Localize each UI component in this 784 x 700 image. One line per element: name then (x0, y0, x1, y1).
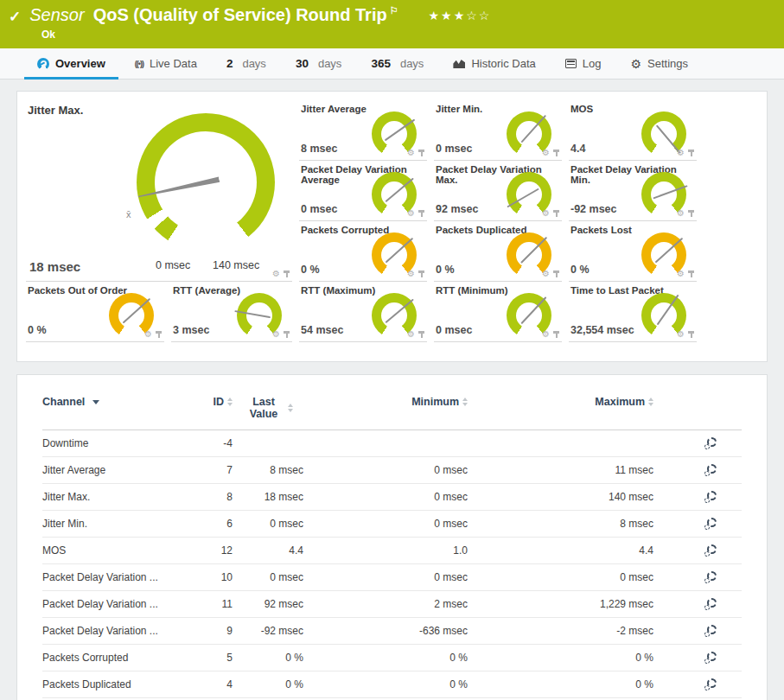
gear-icon[interactable]: ⚙ (677, 149, 685, 157)
cell-channel[interactable]: Jitter Max. (42, 491, 191, 503)
column-header-minimum[interactable]: Minimum (303, 396, 468, 408)
gear-icon[interactable]: ⚙ (272, 270, 280, 278)
tab-label: Historic Data (471, 57, 535, 70)
tab-365-days[interactable]: 365 days (356, 48, 438, 79)
channel-settings-gears-icon[interactable] (704, 437, 717, 449)
pin-icon[interactable] (688, 270, 694, 278)
log-icon (565, 59, 577, 68)
table-row[interactable]: Packet Delay Variation ... 11 92 msec 2 … (42, 591, 742, 618)
cell-channel[interactable]: Packets Duplicated (42, 678, 191, 690)
column-header-id[interactable]: ID (191, 396, 233, 408)
pin-icon[interactable] (688, 210, 694, 218)
sort-icon (648, 398, 653, 406)
overview-gauge-icon (37, 58, 49, 70)
gear-icon[interactable]: ⚙ (542, 270, 550, 278)
cell-minimum: 0 msec (303, 518, 468, 530)
cell-id: -4 (191, 437, 233, 449)
gauge-card: Packets Lost 0 % ⚙ (569, 221, 697, 282)
table-row[interactable]: Packet Delay Variation ... 10 0 msec 0 m… (42, 564, 742, 591)
table-row[interactable]: Packet Delay Variation ... 9 -92 msec -6… (42, 618, 742, 645)
channel-settings-gears-icon[interactable] (704, 518, 717, 530)
gear-icon[interactable]: ⚙ (407, 149, 415, 157)
gear-icon[interactable]: ⚙ (542, 149, 550, 157)
pin-icon[interactable] (553, 270, 559, 278)
channel-settings-gears-icon[interactable] (704, 678, 717, 690)
sort-desc-icon (92, 400, 99, 404)
tab-log[interactable]: Log (551, 48, 616, 79)
table-row[interactable]: Jitter Min. 6 0 msec 0 msec 8 msec (42, 511, 742, 538)
cell-channel[interactable]: Packet Delay Variation ... (42, 598, 191, 610)
cell-minimum: 0 % (303, 652, 468, 664)
table-row[interactable]: Packets Duplicated 4 0 % 0 % 0 % (42, 671, 742, 698)
tab-overview[interactable]: Overview (22, 48, 120, 79)
sort-icon (288, 404, 293, 412)
pin-icon[interactable] (418, 210, 424, 218)
gear-icon[interactable]: ⚙ (272, 330, 280, 339)
cell-channel[interactable]: Jitter Min. (42, 518, 191, 530)
column-header-channel[interactable]: Channel (42, 396, 191, 408)
gauge-value: 0 % (28, 324, 47, 336)
cell-last-value: -92 msec (233, 625, 303, 637)
gauge-card: Packets Out of Order 0 % ⚙ (26, 282, 164, 342)
channel-settings-gears-icon[interactable] (704, 625, 717, 637)
tab-30-days[interactable]: 30 days (281, 48, 357, 79)
channel-settings-gears-icon[interactable] (704, 652, 717, 664)
gear-icon[interactable]: ⚙ (677, 209, 685, 218)
cell-channel[interactable]: Packet Delay Variation ... (42, 625, 191, 637)
gauge-value: 0 msec (301, 203, 337, 215)
column-header-last-value[interactable]: Last Value (233, 396, 303, 420)
tab-unit: days (318, 57, 341, 70)
pin-icon[interactable] (284, 270, 290, 278)
pin-icon[interactable] (156, 331, 162, 339)
flag-icon[interactable]: ⚐ (390, 5, 398, 16)
gear-icon[interactable]: ⚙ (407, 270, 415, 278)
priority-stars[interactable]: ★★★☆☆ (429, 9, 492, 22)
gear-icon[interactable]: ⚙ (677, 270, 685, 278)
table-row[interactable]: Jitter Max. 8 18 msec 0 msec 140 msec (42, 484, 742, 511)
gear-icon[interactable]: ⚙ (542, 330, 550, 339)
cell-channel[interactable]: Jitter Average (42, 464, 191, 476)
table-row[interactable]: MOS 12 4.4 1.0 4.4 (42, 538, 742, 564)
gear-icon[interactable]: ⚙ (407, 330, 415, 339)
gear-icon[interactable]: ⚙ (407, 209, 415, 218)
table-row[interactable]: Jitter Average 7 8 msec 0 msec 11 msec (42, 457, 742, 484)
gauge-needle (123, 298, 151, 324)
pin-icon[interactable] (284, 331, 290, 339)
gear-icon[interactable]: ⚙ (677, 330, 685, 339)
pin-icon[interactable] (688, 331, 694, 339)
cell-last-value: 0 % (233, 652, 303, 664)
gear-icon[interactable]: ⚙ (542, 209, 550, 218)
cell-channel[interactable]: MOS (42, 544, 191, 557)
tab-live-data[interactable]: ((•)) Live Data (120, 48, 212, 79)
tab-2-days[interactable]: 2 days (212, 48, 281, 79)
channel-settings-gears-icon[interactable] (704, 571, 717, 583)
gauge-value: 4.4 (570, 143, 585, 155)
pin-icon[interactable] (418, 150, 424, 157)
channel-settings-gears-icon[interactable] (704, 491, 717, 503)
gauge-needle (137, 175, 220, 201)
tab-historic-data[interactable]: Historic Data (438, 48, 550, 79)
column-header-label: ID (214, 396, 225, 408)
gauge-card: Packet Delay Variation Min. -92 msec ⚙ (569, 161, 697, 221)
pin-icon[interactable] (418, 270, 424, 278)
gauge-value: 54 msec (301, 324, 343, 336)
channel-settings-gears-icon[interactable] (704, 544, 717, 557)
pin-icon[interactable] (553, 331, 559, 339)
pin-icon[interactable] (553, 210, 559, 218)
table-row[interactable]: Packets Corrupted 5 0 % 0 % 0 % (42, 645, 742, 671)
pin-icon[interactable] (418, 331, 424, 339)
channel-settings-gears-icon[interactable] (704, 464, 717, 476)
cell-channel[interactable]: Packets Corrupted (42, 652, 191, 664)
gear-icon[interactable]: ⚙ (144, 330, 152, 339)
column-header-maximum[interactable]: Maximum (468, 396, 653, 408)
pin-icon[interactable] (553, 150, 559, 157)
gauge-needle (520, 237, 547, 264)
tab-settings[interactable]: ⚙ Settings (616, 48, 704, 79)
pin-icon[interactable] (688, 150, 694, 157)
cell-channel[interactable]: Downtime (42, 437, 191, 449)
table-row[interactable]: Downtime -4 (42, 430, 742, 457)
cell-channel[interactable]: Packet Delay Variation ... (42, 571, 191, 583)
channel-settings-gears-icon[interactable] (704, 598, 717, 610)
cell-last-value: 92 msec (233, 598, 303, 610)
gauge-value: 18 msec (29, 259, 80, 274)
